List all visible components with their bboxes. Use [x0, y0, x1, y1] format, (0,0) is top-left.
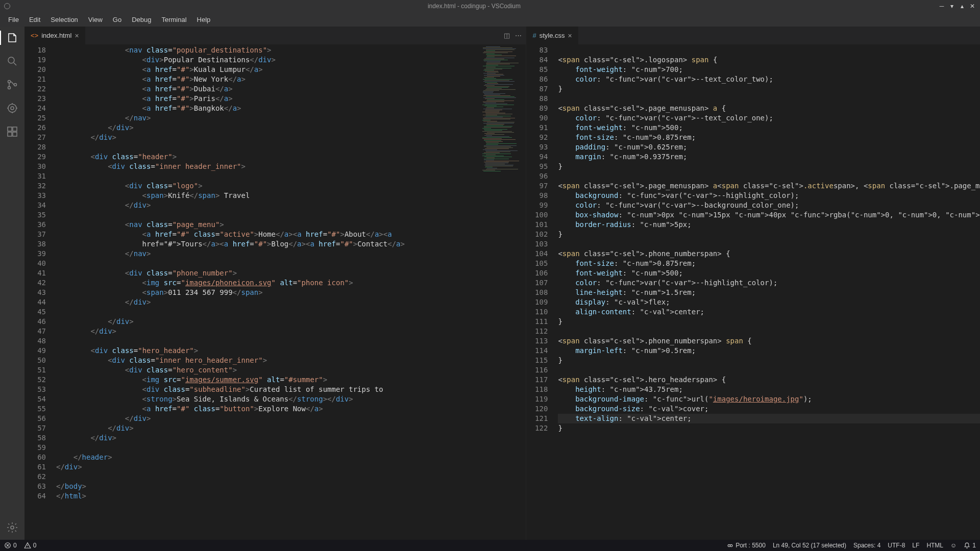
- menu-view[interactable]: View: [83, 14, 108, 26]
- status-errors[interactable]: 0: [4, 542, 17, 549]
- search-icon[interactable]: [5, 54, 19, 68]
- menu-help[interactable]: Help: [192, 14, 216, 26]
- minimize-icon[interactable]: ─: [938, 3, 945, 10]
- svg-point-13: [730, 544, 732, 546]
- tab-label: style.css: [540, 32, 565, 39]
- window-title: index.html - codingup - VSCodium: [10, 3, 938, 10]
- editor-right: # style.css × ⋯ 838485868788899091929394…: [526, 27, 980, 540]
- titlebar: index.html - codingup - VSCodium ─ ▾ ▴ ✕: [0, 0, 980, 12]
- svg-rect-7: [13, 127, 17, 131]
- status-feedback-icon[interactable]: ☺: [950, 542, 957, 549]
- close-icon[interactable]: ×: [75, 32, 79, 40]
- source-control-icon[interactable]: [5, 78, 19, 92]
- menu-go[interactable]: Go: [108, 14, 127, 26]
- tabs-right: # style.css × ⋯: [526, 27, 980, 44]
- status-warnings[interactable]: 0: [24, 542, 37, 549]
- svg-point-4: [8, 104, 16, 112]
- status-bell-icon[interactable]: 1: [964, 542, 976, 549]
- code-area-left[interactable]: 1819202122232425262728293031323334353637…: [24, 44, 526, 540]
- svg-rect-6: [8, 127, 12, 131]
- tab-index-html[interactable]: <> index.html ×: [24, 27, 86, 44]
- tab-label: index.html: [41, 32, 71, 39]
- status-eol[interactable]: LF: [912, 542, 919, 549]
- svg-point-0: [8, 57, 14, 63]
- menu-debug[interactable]: Debug: [127, 14, 156, 26]
- code-area-right[interactable]: 8384858687888990919293949596979899100101…: [526, 44, 980, 540]
- svg-point-12: [728, 544, 730, 546]
- close-app-icon[interactable]: ✕: [969, 3, 976, 10]
- gear-icon[interactable]: [5, 520, 19, 535]
- editor-left: <> index.html × ◫ ⋯ 18192021222324252627…: [24, 27, 526, 540]
- menu-file[interactable]: File: [3, 14, 24, 26]
- restore-icon[interactable]: ▾: [948, 3, 955, 10]
- close-icon[interactable]: ×: [568, 32, 572, 40]
- status-cursor[interactable]: Ln 49, Col 52 (17 selected): [773, 542, 846, 549]
- tab-style-css[interactable]: # style.css ×: [526, 27, 578, 44]
- status-encoding[interactable]: UTF-8: [888, 542, 905, 549]
- debug-icon[interactable]: [5, 101, 19, 115]
- split-editor-icon[interactable]: ◫: [504, 32, 510, 39]
- maximize-icon[interactable]: ▴: [959, 3, 966, 10]
- activitybar: [0, 27, 24, 540]
- extensions-icon[interactable]: [5, 124, 19, 139]
- status-spaces[interactable]: Spaces: 4: [853, 542, 880, 549]
- menubar: File Edit Selection View Go Debug Termin…: [0, 12, 980, 27]
- menu-terminal[interactable]: Terminal: [156, 14, 191, 26]
- html-file-icon: <>: [31, 32, 38, 39]
- css-file-icon: #: [532, 32, 536, 39]
- svg-point-1: [8, 81, 11, 83]
- app-menu-icon[interactable]: [4, 3, 10, 9]
- status-language[interactable]: HTML: [926, 542, 943, 549]
- svg-point-2: [8, 87, 11, 89]
- tabs-left: <> index.html × ◫ ⋯: [24, 27, 526, 44]
- menu-selection[interactable]: Selection: [45, 14, 83, 26]
- status-port[interactable]: Port : 5500: [727, 542, 766, 549]
- svg-rect-9: [13, 132, 17, 136]
- more-actions-icon[interactable]: ⋯: [515, 32, 522, 39]
- statusbar: 0 0 Port : 5500 Ln 49, Col 52 (17 select…: [0, 540, 980, 551]
- svg-point-10: [11, 526, 14, 529]
- minimap-left[interactable]: [480, 44, 526, 540]
- files-icon[interactable]: [0, 31, 24, 45]
- menu-edit[interactable]: Edit: [24, 14, 45, 26]
- svg-point-3: [14, 84, 17, 86]
- svg-point-5: [11, 107, 14, 110]
- svg-rect-8: [8, 132, 12, 136]
